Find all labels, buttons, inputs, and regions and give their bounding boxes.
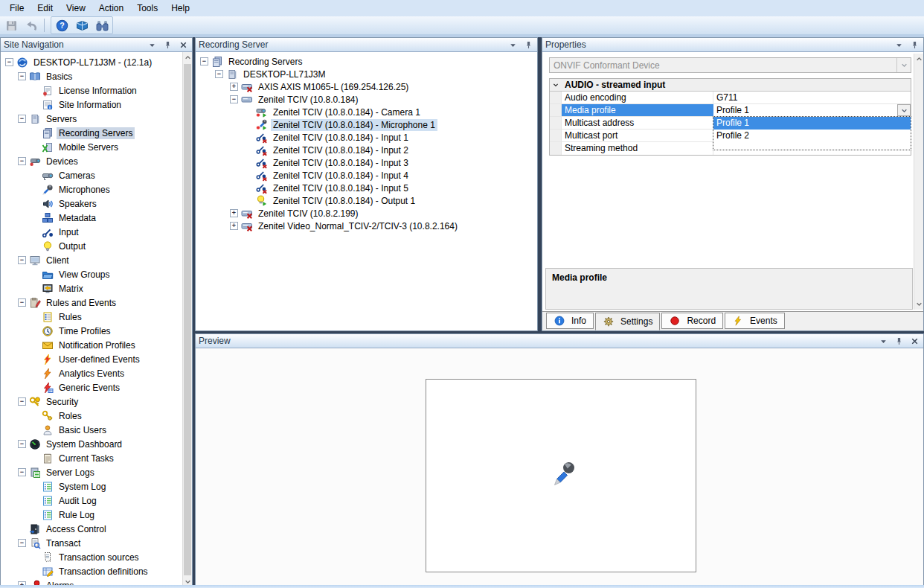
tree-row[interactable]: Roles [1, 409, 182, 423]
tree-row[interactable]: User-defined Events [1, 352, 182, 366]
site-navigation-scrollbar[interactable] [182, 52, 192, 587]
collapse-icon[interactable]: − [230, 95, 238, 103]
tree-row[interactable]: −Servers [1, 112, 182, 126]
tree-row[interactable]: Output [1, 239, 182, 253]
tree-row[interactable]: −Rules and Events [1, 295, 182, 310]
tab-settings[interactable]: Settings [595, 313, 660, 330]
tree-row[interactable]: −Server Logs [1, 465, 182, 479]
expand-icon[interactable]: + [230, 83, 238, 91]
tree-row[interactable]: Generic Events [1, 380, 182, 394]
tree-row[interactable]: Zenitel TCIV (10.8.0.184) - Input 4 [196, 169, 537, 182]
collapse-icon[interactable]: − [18, 115, 26, 123]
property-row[interactable]: Media profileProfile 1 [550, 104, 911, 117]
collapse-icon[interactable]: − [18, 72, 26, 80]
menu-item-edit[interactable]: Edit [31, 1, 60, 16]
scrollbar-thumb[interactable] [184, 64, 191, 575]
tree-row[interactable]: +Zenitel Video_Normal_TCIV-2/TCIV-3 (10.… [196, 220, 537, 232]
scroll-up-icon[interactable] [183, 52, 192, 63]
tree-row[interactable]: −DESKTOP-LL71J3M [196, 68, 537, 80]
expand-icon[interactable]: + [230, 209, 238, 217]
combo-arrow-icon[interactable] [897, 104, 911, 116]
tree-row[interactable]: Recording Servers [1, 126, 182, 140]
tree-row[interactable]: Access Control [1, 522, 182, 536]
tree-row[interactable]: Analytics Events [1, 366, 182, 380]
chevron-down-icon[interactable] [893, 39, 905, 50]
collapse-icon[interactable]: − [18, 397, 26, 406]
dropdown-option[interactable]: Profile 1 [713, 117, 911, 130]
properties-scrollbar[interactable] [914, 54, 923, 310]
menu-item-view[interactable]: View [60, 1, 92, 16]
close-icon[interactable] [178, 39, 189, 50]
tree-row[interactable]: Zenitel TCIV (10.8.0.184) - Output 1 [196, 194, 537, 207]
tree-row[interactable]: Site Information [1, 98, 182, 112]
tree-row[interactable]: Notification Profiles [1, 338, 182, 352]
tab-events[interactable]: Events [725, 313, 785, 329]
pin-icon[interactable] [523, 39, 534, 50]
tree-row[interactable]: −DESKTOP-LL71J3M - (12.1a) [1, 55, 182, 69]
tab-info[interactable]: Info [546, 313, 594, 329]
tree-row[interactable]: Matrix [1, 281, 182, 295]
tree-row[interactable]: Current Tasks [1, 451, 182, 465]
tree-row[interactable]: −Zenitel TCIV (10.8.0.184) [196, 93, 537, 106]
tree-row[interactable]: Zenitel TCIV (10.8.0.184) - Input 2 [196, 144, 537, 156]
property-value[interactable]: G711 [713, 92, 911, 103]
tree-row[interactable]: Zenitel TCIV (10.8.0.184) - Input 3 [196, 156, 537, 169]
collapse-icon[interactable]: − [18, 298, 26, 307]
help-book-button[interactable] [74, 18, 89, 33]
collapse-icon[interactable]: − [18, 539, 26, 547]
collapse-icon[interactable]: − [215, 70, 223, 78]
help-button[interactable]: ? [54, 18, 69, 33]
tab-record[interactable]: Record [661, 313, 723, 329]
scroll-up-icon[interactable] [914, 54, 924, 65]
tree-row[interactable]: System Log [1, 479, 182, 493]
expand-icon[interactable]: + [230, 222, 238, 230]
chevron-down-icon[interactable] [878, 336, 889, 346]
collapse-icon[interactable]: − [5, 58, 13, 66]
collapse-icon[interactable]: − [200, 57, 208, 65]
tree-row[interactable]: Zenitel TCIV (10.8.0.184) - Microphone 1 [196, 118, 537, 131]
property-value[interactable]: Profile 1 [713, 104, 911, 116]
tree-row[interactable]: −System Dashboard [1, 437, 182, 451]
tree-row[interactable]: −Devices [1, 154, 182, 168]
tree-row[interactable]: Rules [1, 310, 182, 324]
tree-row[interactable]: Cameras [1, 168, 182, 182]
tree-row[interactable]: −Recording Servers [196, 55, 537, 68]
undo-button[interactable] [23, 18, 38, 33]
tree-row[interactable]: License Information [1, 83, 182, 98]
chevron-down-icon[interactable] [147, 39, 158, 50]
pin-icon[interactable] [893, 336, 905, 346]
save-button[interactable] [4, 18, 19, 33]
tree-row[interactable]: Audit Log [1, 493, 182, 508]
property-row[interactable]: Audio encodingG711 [550, 92, 911, 104]
tree-row[interactable]: Speakers [1, 196, 182, 211]
menu-item-action[interactable]: Action [92, 1, 130, 16]
tree-row[interactable]: Input [1, 225, 182, 239]
tree-row[interactable]: Zenitel TCIV (10.8.0.184) - Camera 1 [196, 106, 537, 118]
collapse-icon[interactable]: − [18, 468, 26, 476]
close-icon[interactable] [909, 336, 920, 346]
pin-icon[interactable] [909, 39, 920, 50]
tree-row[interactable]: −Security [1, 394, 182, 409]
tree-row[interactable]: Zenitel TCIV (10.8.0.184) - Input 1 [196, 131, 537, 144]
tree-row[interactable]: Basic Users [1, 423, 182, 437]
find-button[interactable] [94, 18, 109, 33]
chevron-down-icon[interactable] [507, 39, 519, 50]
menu-item-help[interactable]: Help [164, 1, 196, 16]
property-section-header[interactable]: AUDIO - streamed input [550, 79, 911, 92]
dropdown-option[interactable]: Profile 2 [713, 130, 911, 142]
tree-row[interactable]: Transaction definitions [1, 564, 182, 578]
tree-row[interactable]: +Zenitel TCIV (10.8.2.199) [196, 207, 537, 220]
tree-row[interactable]: −Transact [1, 536, 182, 550]
tree-row[interactable]: View Groups [1, 267, 182, 281]
pin-icon[interactable] [162, 39, 173, 50]
tree-row[interactable]: Rule Log [1, 508, 182, 522]
collapse-icon[interactable]: − [18, 157, 26, 165]
menu-item-file[interactable]: File [3, 1, 31, 16]
tree-row[interactable]: Transaction sources [1, 550, 182, 564]
tree-row[interactable]: Zenitel TCIV (10.8.0.184) - Input 5 [196, 182, 537, 194]
tree-row[interactable]: Time Profiles [1, 324, 182, 338]
tree-row[interactable]: +AXIS AXIS M1065-L (169.254.126.25) [196, 80, 537, 93]
tree-row[interactable]: Microphones [1, 182, 182, 196]
collapse-icon[interactable]: − [18, 440, 26, 448]
collapse-icon[interactable]: − [18, 256, 26, 264]
